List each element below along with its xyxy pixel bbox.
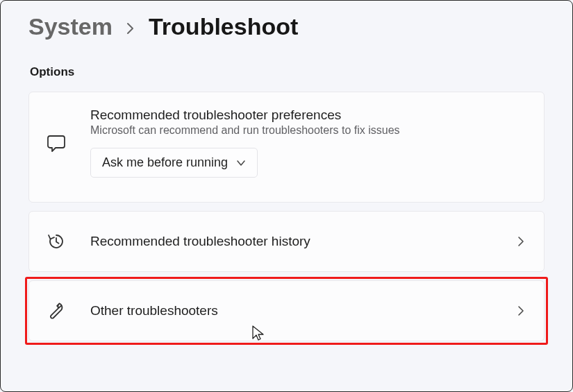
preferences-subtitle: Microsoft can recommend and run troubles… (90, 124, 527, 137)
wrench-icon (46, 300, 67, 321)
chat-bubble-icon (46, 133, 67, 153)
chevron-right-icon (515, 235, 527, 248)
preferences-title: Recommended troubleshooter preferences (90, 108, 527, 123)
chevron-right-icon (126, 22, 135, 35)
preferences-body: Recommended troubleshooter preferences M… (90, 108, 527, 178)
breadcrumb-parent-link[interactable]: System (28, 13, 113, 40)
other-troubleshooters-row[interactable]: Other troubleshooters (28, 280, 545, 341)
page-title: Troubleshoot (149, 13, 298, 40)
other-title: Other troubleshooters (90, 303, 515, 318)
history-icon (46, 231, 67, 252)
section-label: Options (30, 65, 545, 79)
history-title: Recommended troubleshooter history (90, 234, 515, 249)
troubleshooter-preferences-card: Recommended troubleshooter preferences M… (28, 92, 545, 203)
breadcrumb: System Troubleshoot (28, 13, 545, 40)
settings-window: System Troubleshoot Options Recommended … (0, 0, 573, 392)
chevron-right-icon (515, 305, 527, 317)
troubleshooter-history-row[interactable]: Recommended troubleshooter history (28, 211, 545, 272)
dropdown-value: Ask me before running (102, 155, 228, 170)
chevron-down-icon (236, 158, 246, 168)
preferences-dropdown[interactable]: Ask me before running (90, 148, 258, 178)
